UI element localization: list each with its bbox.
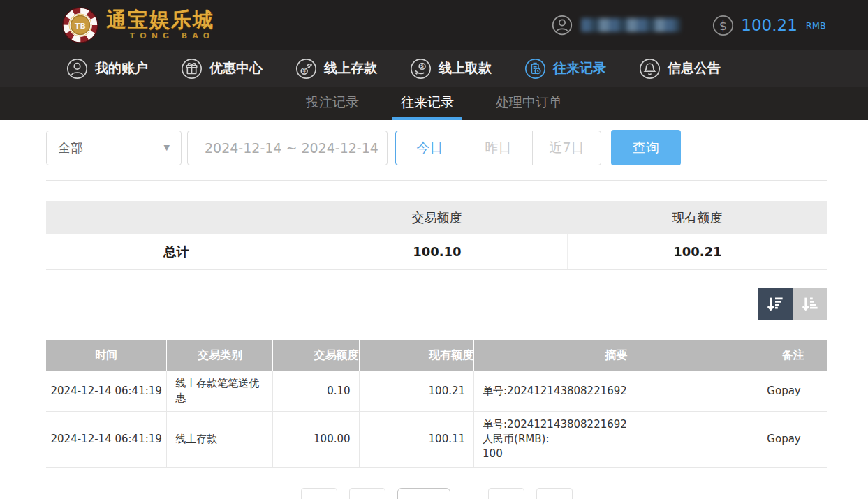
summary-table: 交易额度 现有额度 总计 100.10 100.21 bbox=[46, 201, 827, 270]
summary-balance-total: 100.21 bbox=[567, 234, 827, 269]
tab-transaction-records[interactable]: 往来记录 bbox=[392, 87, 462, 120]
nav-item-deposit[interactable]: ¥ 线上存款 bbox=[295, 58, 377, 80]
page-total: /1 bbox=[462, 488, 476, 499]
last-page-button[interactable] bbox=[536, 488, 573, 499]
table-row: 2024-12-14 06:41:19 线上存款笔笔送优惠 0.10 100.2… bbox=[46, 371, 827, 412]
col-header-summary: 摘要 bbox=[473, 340, 758, 371]
logo-subtitle: TONG BAO bbox=[106, 31, 214, 40]
cell-balance: 100.11 bbox=[359, 412, 473, 467]
summary-header-trade: 交易额度 bbox=[307, 209, 567, 226]
user-icon bbox=[552, 15, 573, 36]
summary-total-label: 总计 bbox=[46, 234, 307, 269]
transaction-type-select[interactable]: 全部 ▼ bbox=[46, 131, 182, 165]
type-select-value: 全部 bbox=[58, 140, 83, 156]
main-content: 全部 ▼ 2024-12-14 ~ 2024-12-14 今日 昨日 近7日 查… bbox=[0, 130, 868, 499]
nav-label: 信息公告 bbox=[668, 59, 721, 77]
next-page-button[interactable] bbox=[488, 488, 524, 499]
cell-amount: 100.00 bbox=[272, 412, 358, 467]
chip-label: TB bbox=[75, 22, 86, 31]
main-nav: 我的账户 优惠中心 ¥ 线上存款 bbox=[0, 50, 868, 87]
balance-amount: 100.21 bbox=[741, 16, 797, 34]
col-header-note: 备注 bbox=[758, 340, 827, 371]
summary-line: 100 bbox=[483, 447, 627, 461]
bell-icon bbox=[639, 58, 661, 80]
nav-label: 线上取款 bbox=[439, 59, 492, 77]
date-range-value: 2024-12-14 ~ 2024-12-14 bbox=[205, 140, 378, 156]
first-page-button[interactable] bbox=[301, 488, 337, 499]
gift-icon bbox=[181, 58, 203, 80]
summary-line: 单号:202412143808221692 bbox=[483, 417, 627, 432]
sort-ascending-button[interactable] bbox=[793, 288, 827, 320]
col-header-type: 交易类别 bbox=[166, 340, 272, 371]
cell-note: Gopay bbox=[758, 371, 827, 411]
nav-label: 往来记录 bbox=[553, 59, 606, 77]
balance[interactable]: $ 100.21 RMB bbox=[712, 15, 826, 36]
col-header-time: 时间 bbox=[46, 340, 166, 371]
today-button[interactable]: 今日 bbox=[395, 131, 464, 165]
dollar-coin-icon: $ bbox=[712, 15, 734, 36]
last7days-button[interactable]: 近7日 bbox=[532, 131, 601, 165]
transactions-table: 时间 交易类别 交易额度 现有额度 摘要 备注 2024-12-14 06:41… bbox=[46, 340, 827, 468]
sort-controls bbox=[46, 288, 827, 320]
sub-nav: 投注记录 往来记录 处理中订单 bbox=[0, 87, 868, 120]
divider bbox=[46, 180, 827, 181]
col-header-balance: 现有额度 bbox=[359, 340, 473, 371]
cell-time: 2024-12-14 06:41:19 bbox=[46, 371, 166, 411]
cell-type: 线上存款笔笔送优惠 bbox=[166, 371, 272, 411]
svg-text:$: $ bbox=[719, 17, 728, 32]
nav-label: 线上存款 bbox=[324, 59, 377, 77]
summary-header-balance: 现有额度 bbox=[567, 209, 827, 226]
yesterday-button[interactable]: 昨日 bbox=[464, 131, 533, 165]
col-header-amount: 交易额度 bbox=[272, 340, 358, 371]
summary-line: 单号:202412143808221692 bbox=[483, 384, 627, 399]
cell-summary: 单号:202412143808221692 人民币(RMB): 100 bbox=[473, 412, 758, 467]
prev-page-button[interactable] bbox=[349, 488, 385, 499]
svg-text:¥: ¥ bbox=[302, 68, 306, 74]
summary-trade-total: 100.10 bbox=[307, 234, 567, 269]
date-range-input[interactable]: 2024-12-14 ~ 2024-12-14 bbox=[187, 131, 388, 165]
sort-descending-icon bbox=[765, 294, 786, 315]
cell-balance: 100.21 bbox=[359, 371, 473, 411]
nav-item-promotions[interactable]: 优惠中心 bbox=[181, 58, 263, 80]
tab-pending-orders[interactable]: 处理中订单 bbox=[487, 87, 571, 120]
cell-amount: 0.10 bbox=[272, 371, 358, 411]
summary-header-row: 交易额度 现有额度 bbox=[46, 201, 827, 234]
header-right: $ 100.21 RMB bbox=[552, 15, 826, 36]
cell-time: 2024-12-14 06:41:19 bbox=[46, 412, 166, 467]
cell-summary: 单号:202412143808221692 bbox=[473, 371, 758, 411]
nav-label: 我的账户 bbox=[95, 59, 148, 77]
user-account[interactable] bbox=[552, 15, 680, 36]
nav-item-withdraw[interactable]: $ 线上取款 bbox=[410, 58, 492, 80]
table-header-row: 时间 交易类别 交易额度 现有额度 摘要 备注 bbox=[46, 340, 827, 371]
nav-item-announcements[interactable]: 信息公告 bbox=[639, 58, 721, 80]
chevron-down-icon: ▼ bbox=[164, 143, 170, 152]
top-header: TB 通宝娱乐城 TONG BAO $ 100.21 RMB bbox=[0, 0, 868, 50]
deposit-hand-coin-icon: ¥ bbox=[295, 58, 317, 80]
site-logo[interactable]: TB 通宝娱乐城 TONG BAO bbox=[61, 6, 214, 44]
records-clipboard-clock-icon bbox=[524, 58, 546, 80]
username-redacted bbox=[581, 18, 680, 32]
search-button[interactable]: 查询 bbox=[611, 130, 681, 165]
nav-item-transaction-records[interactable]: 往来记录 bbox=[524, 58, 606, 80]
page-select[interactable]: 1 bbox=[397, 488, 450, 499]
sort-descending-button[interactable] bbox=[758, 288, 793, 320]
quick-date-group: 今日 昨日 近7日 bbox=[395, 131, 601, 165]
cell-type: 线上存款 bbox=[166, 412, 272, 467]
casino-chip-icon: TB bbox=[61, 6, 99, 44]
summary-line: 人民币(RMB): bbox=[483, 432, 627, 447]
logo-title: 通宝娱乐城 bbox=[106, 10, 214, 30]
balance-currency: RMB bbox=[806, 20, 826, 31]
nav-label: 优惠中心 bbox=[209, 59, 263, 77]
cell-note: Gopay bbox=[758, 412, 827, 467]
tab-betting-records[interactable]: 投注记录 bbox=[297, 87, 367, 120]
pagination: 1 /1 bbox=[46, 488, 827, 499]
logo-text: 通宝娱乐城 TONG BAO bbox=[106, 10, 214, 40]
filter-row: 全部 ▼ 2024-12-14 ~ 2024-12-14 今日 昨日 近7日 查… bbox=[46, 130, 827, 165]
user-circle-icon bbox=[66, 58, 88, 80]
table-row: 2024-12-14 06:41:19 线上存款 100.00 100.11 单… bbox=[46, 412, 827, 468]
svg-text:$: $ bbox=[420, 63, 424, 69]
withdraw-coin-hand-icon: $ bbox=[410, 58, 432, 80]
sort-ascending-icon bbox=[800, 294, 821, 315]
nav-item-my-account[interactable]: 我的账户 bbox=[66, 58, 148, 80]
summary-total-row: 总计 100.10 100.21 bbox=[46, 234, 827, 270]
